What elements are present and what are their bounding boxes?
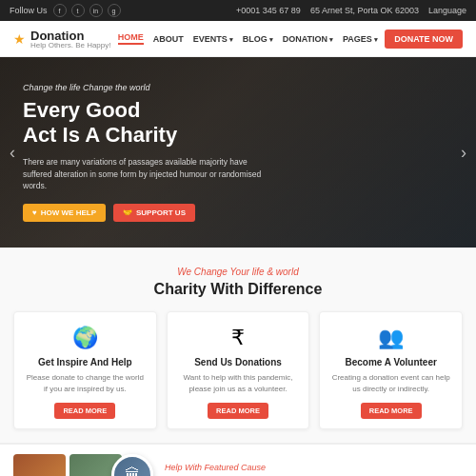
nav-donation[interactable]: DONATION	[283, 34, 333, 44]
bottom-teaser: 🏛 Help With Featured Cause Contribute fo…	[0, 443, 476, 476]
google-icon[interactable]: g	[108, 4, 121, 17]
hero-title: Every Good Act Is A Charity	[23, 98, 453, 149]
nav-pages[interactable]: PAGES	[343, 34, 378, 44]
logo-star-icon: ★	[13, 31, 26, 47]
nav-links: HOME ABOUT EVENTS BLOG DONATION PAGES	[118, 32, 378, 45]
hero-next-arrow[interactable]: ›	[461, 143, 466, 163]
cards-section: We Change Your life & world Charity With…	[0, 248, 476, 443]
facebook-icon[interactable]: f	[53, 4, 67, 17]
nav-events[interactable]: EVENTS	[193, 34, 233, 44]
card-donations: ₹ Send Us Donations Want to help with th…	[167, 311, 310, 429]
instagram-icon[interactable]: in	[89, 4, 103, 17]
cards-subtitle: We Change Your life & world	[13, 267, 463, 277]
logo: ★ Donation Help Others. Be Happy!	[13, 29, 110, 50]
card-volunteer-title: Become A Volunteer	[329, 357, 452, 367]
building-icon: 🏛	[125, 466, 140, 476]
card-inspire-desc: Please donate to change the world if you…	[24, 372, 147, 395]
heart-icon: ♥	[32, 208, 37, 217]
hero-section: ‹ Change the life Change the world Every…	[0, 57, 476, 248]
cards-grid: 🌍 Get Inspire And Help Please donate to …	[13, 311, 463, 429]
nav-blog[interactable]: BLOG	[243, 34, 273, 44]
top-bar: Follow Us f t in g +0001 345 67 89 65 Ar…	[0, 0, 476, 21]
donate-now-button[interactable]: DONATE NOW	[385, 30, 463, 49]
logo-tagline: Help Others. Be Happy!	[30, 41, 110, 50]
nav-about[interactable]: ABOUT	[153, 34, 184, 44]
follow-label: Follow Us	[10, 6, 48, 15]
hero-buttons: ♥ HOW WE HELP 🤝 SUPPORT US	[23, 204, 453, 222]
card-donations-title: Send Us Donations	[177, 357, 300, 367]
top-bar-left: Follow Us f t in g	[10, 4, 121, 17]
hero-prev-arrow[interactable]: ‹	[10, 143, 15, 163]
phone-number: +0001 345 67 89	[236, 6, 301, 15]
support-us-button[interactable]: 🤝 SUPPORT US	[113, 204, 195, 222]
card-donations-read-more[interactable]: READ MORE	[208, 403, 268, 419]
card-volunteer-read-more[interactable]: READ MORE	[361, 403, 422, 419]
rupee-icon: ₹	[177, 326, 300, 350]
hero-title-line1: Every Good	[23, 98, 453, 123]
card-inspire-read-more[interactable]: READ MORE	[54, 403, 115, 419]
card-volunteer: 👥 Become A Volunteer Creating a donation…	[319, 311, 463, 429]
card-inspire-title: Get Inspire And Help	[24, 357, 147, 367]
address: 65 Arnet St, Porta OK 62003	[310, 6, 419, 15]
hero-content: Change the life Change the world Every G…	[23, 83, 453, 222]
twitter-icon[interactable]: t	[71, 4, 85, 17]
how-we-help-button[interactable]: ♥ HOW WE HELP	[23, 204, 106, 222]
nav-home[interactable]: HOME	[118, 32, 144, 45]
card-volunteer-desc: Creating a donation event can help us di…	[329, 372, 452, 395]
card-inspire: 🌍 Get Inspire And Help Please donate to …	[13, 311, 157, 429]
teaser-label: Help With Featured Cause	[165, 463, 463, 472]
people-icon: 👥	[329, 326, 452, 350]
teaser-text: Help With Featured Cause Contribute for …	[165, 463, 463, 477]
card-donations-desc: Want to help with this pandemic, please …	[177, 372, 300, 395]
cards-title: Charity With Difference	[13, 281, 463, 298]
teaser-images: 🏛	[13, 454, 153, 476]
hero-tagline: Change the life Change the world	[23, 83, 453, 92]
globe-icon: 🌍	[24, 326, 147, 350]
hero-description: There are many variations of passages av…	[23, 156, 270, 192]
top-bar-right: +0001 345 67 89 65 Arnet St, Porta OK 62…	[236, 6, 466, 15]
teaser-image-1	[13, 454, 66, 476]
language-selector[interactable]: Language	[428, 6, 466, 15]
social-icons: f t in g	[53, 4, 121, 17]
hands-icon: 🤝	[123, 208, 132, 217]
hero-title-line2: Act Is A Charity	[23, 123, 453, 148]
navbar: ★ Donation Help Others. Be Happy! HOME A…	[0, 21, 476, 57]
